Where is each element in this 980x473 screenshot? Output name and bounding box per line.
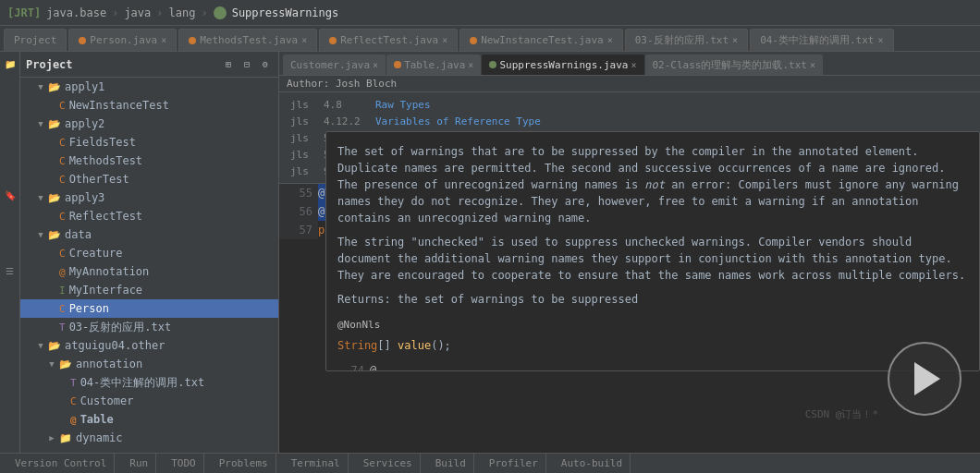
tree-fieldstest[interactable]: C FieldsTest — [20, 133, 278, 152]
tree-customer[interactable]: C Customer — [20, 392, 278, 410]
tab-reflect-txt-label: 03-反射的应用.txt — [635, 33, 729, 47]
tree-reflect-txt[interactable]: T 03-反射的应用.txt — [20, 318, 278, 336]
folder-icon-apply1: 📂 — [48, 81, 61, 93]
tab-person-close[interactable]: × — [161, 35, 166, 45]
tree-myannotation[interactable]: @ MyAnnotation — [20, 262, 278, 281]
tree-table[interactable]: @ Table — [20, 410, 278, 429]
label-myannotation: MyAnnotation — [69, 265, 150, 278]
jls-item-0[interactable]: jls 4.8 Raw Types — [279, 96, 980, 113]
et-class-txt-close[interactable]: × — [810, 60, 815, 70]
tab-reflect-txt[interactable]: 03-反射的应用.txt × — [625, 29, 748, 51]
jls-badge-2: jls — [290, 132, 318, 144]
tab-methodstest-label: MethodsTest.java — [200, 34, 298, 46]
et-customer-close[interactable]: × — [373, 60, 378, 70]
label-atguigu04: atguigu04.other — [65, 339, 165, 352]
tab-reflect-close[interactable]: × — [442, 35, 447, 45]
tab-person-java[interactable]: Person.java × — [68, 29, 177, 51]
jls-item-1[interactable]: jls 4.12.2 Variables of Reference Type — [279, 113, 980, 129]
tree-creature[interactable]: C Creature — [20, 244, 278, 262]
tab-methods-close[interactable]: × — [301, 35, 307, 45]
doc-para1: The set of warnings that are to be suppr… — [337, 143, 968, 226]
editor-tab-class-txt[interactable]: 02-Class的理解与类的加载.txt × — [645, 55, 824, 75]
et-table-dot — [394, 61, 401, 68]
tab-newinstance-close[interactable]: × — [607, 35, 613, 45]
java-icon-other: C — [59, 174, 66, 186]
jls-badge-1: jls — [290, 115, 318, 127]
line-num-55: 55 — [285, 184, 312, 202]
java-icon-fields: C — [59, 137, 66, 149]
title-lang: lang — [169, 6, 196, 19]
label-creature: Creature — [69, 247, 123, 260]
editor-tab-table[interactable]: Table.java × — [386, 55, 481, 75]
tab-annotation-txt-label: 04-类中注解的调用.txt — [760, 33, 874, 47]
tree-atguigu04[interactable]: ▼ 📂 atguigu04.other — [20, 336, 278, 355]
tree-myinterface[interactable]: I MyInterface — [20, 281, 278, 299]
sidebar-btn-1[interactable]: ⊞ — [221, 57, 236, 72]
tree-methodstest[interactable]: C MethodsTest — [20, 152, 278, 170]
bottom-tab-todo[interactable]: TODO — [164, 454, 204, 474]
label-customer: Customer — [80, 394, 134, 407]
label-annotation-txt: 04-类中注解的调用.txt — [80, 375, 205, 391]
java-icon-customer: C — [70, 395, 77, 407]
lines-74-76: 74 75 76 @ } — [337, 361, 968, 371]
structure-icon[interactable]: ☰ — [2, 262, 18, 279]
title-java: java — [124, 6, 151, 19]
bottom-tab-build[interactable]: Build — [428, 454, 474, 474]
tab-reflecttest-label: ReflectTest.java — [340, 34, 438, 46]
tree-annotation-txt[interactable]: T 04-类中注解的调用.txt — [20, 373, 278, 392]
sidebar-btn-2[interactable]: ⊟ — [239, 57, 254, 72]
tab-methodstest[interactable]: MethodsTest.java × — [178, 29, 317, 51]
tree-apply3[interactable]: ▼ 📂 apply3 — [20, 188, 278, 207]
tree-reflecttest[interactable]: C ReflectTest — [20, 207, 278, 225]
bottom-tab-version[interactable]: Version Control — [7, 454, 115, 474]
project-icon[interactable]: 📁 — [2, 55, 18, 72]
line-num-57: 57 — [285, 221, 312, 239]
editor-tab-suppress[interactable]: SuppressWarnings.java × — [482, 55, 643, 75]
play-button-thumb[interactable] — [888, 342, 962, 416]
bottom-tab-problems[interactable]: Problems — [212, 454, 276, 474]
bottom-tab-autobuild-label: Auto-build — [561, 457, 622, 469]
bottom-tab-terminal[interactable]: Terminal — [284, 454, 349, 474]
bottom-tab-build-label: Build — [435, 457, 466, 469]
java-icon-methods: C — [59, 155, 66, 167]
line-numbers: 55 56 57 — [279, 184, 318, 239]
tree-dynamic[interactable]: ▶ 📁 dynamic — [20, 429, 278, 447]
tree-person[interactable]: C Person — [20, 299, 278, 318]
tab-person-label: Person.java — [90, 34, 157, 46]
arrow-apply3: ▼ — [35, 193, 46, 202]
tab-newinstancetest[interactable]: NewInstanceTest.java × — [459, 29, 622, 51]
tree-data[interactable]: ▼ 📂 data — [20, 225, 278, 244]
doc-method: value — [398, 339, 431, 352]
sidebar-btn-3[interactable]: ⚙ — [258, 57, 273, 72]
title-bracket: [JRT] — [7, 6, 41, 19]
tree-othertest[interactable]: C OtherTest — [20, 170, 278, 188]
title-classname: SuppressWarnings — [232, 6, 339, 19]
tree-newinstancetest[interactable]: C NewInstanceTest — [20, 96, 278, 115]
tab-annotation-txt-close[interactable]: × — [877, 35, 883, 45]
bottom-tab-autobuild[interactable]: Auto-build — [554, 454, 631, 474]
et-table-close[interactable]: × — [468, 60, 473, 70]
bottom-tab-profiler-label: Profiler — [489, 457, 538, 469]
bottom-tab-run[interactable]: Run — [122, 454, 156, 474]
reflect-dot — [329, 37, 337, 44]
bottom-tab-terminal-label: Terminal — [291, 457, 340, 469]
arrow-dynamic: ▶ — [46, 433, 57, 443]
tree-annotation-folder[interactable]: ▼ 📂 annotation — [20, 355, 278, 373]
et-suppress-close[interactable]: × — [631, 60, 636, 70]
bottom-tab-profiler[interactable]: Profiler — [482, 454, 546, 474]
jls-title-0[interactable]: Raw Types — [375, 99, 431, 111]
sidebar: Project ⊞ ⊟ ⚙ ▼ 📂 apply1 C NewInstanceTe… — [20, 52, 279, 453]
tab-reflecttest[interactable]: ReflectTest.java × — [319, 29, 458, 51]
tree-apply1[interactable]: ▼ 📂 apply1 — [20, 78, 278, 96]
editor-tab-customer[interactable]: Customer.java × — [283, 55, 386, 75]
label-fieldstest: FieldsTest — [69, 136, 136, 149]
jls-title-1[interactable]: Variables of Reference Type — [375, 115, 541, 127]
tab-project[interactable]: Project — [4, 29, 67, 51]
bottom-tab-services[interactable]: Services — [356, 454, 421, 474]
folder-icon-data: 📂 — [48, 229, 61, 241]
bookmark-icon[interactable]: 🔖 — [2, 187, 18, 203]
code-line-74: @ — [370, 361, 376, 371]
tab-annotation-txt[interactable]: 04-类中注解的调用.txt × — [750, 29, 893, 51]
tree-apply2[interactable]: ▼ 📂 apply2 — [20, 115, 278, 133]
tab-reflect-txt-close[interactable]: × — [732, 35, 738, 45]
